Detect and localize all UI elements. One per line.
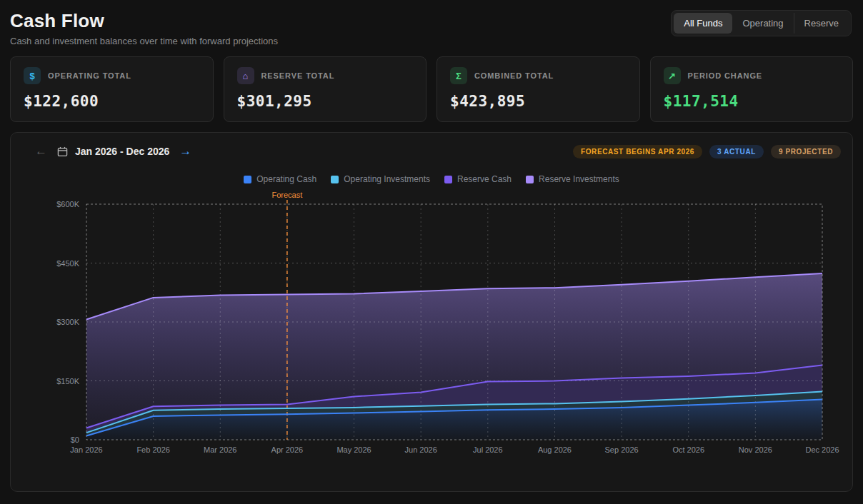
stat-value-combined-total: $423,895 (450, 93, 627, 110)
stat-card-combined-total: Σ COMBINED TOTAL $423,895 (437, 56, 640, 122)
legend-swatch (526, 176, 534, 183)
stat-value-operating-total: $122,600 (24, 93, 200, 110)
stat-label: PERIOD CHANGE (688, 71, 763, 80)
prev-period-arrow-icon[interactable]: ← (32, 143, 50, 160)
legend-swatch (444, 176, 452, 183)
page-header: Cash Flow Cash and investment balances o… (0, 0, 863, 54)
title-block: Cash Flow Cash and investment balances o… (10, 10, 278, 46)
legend-swatch (244, 176, 251, 183)
projected-count-badge: 9 PROJECTED (771, 145, 841, 158)
legend-label: Reserve Investments (539, 174, 619, 184)
svg-text:Apr 2026: Apr 2026 (271, 445, 304, 454)
svg-text:Dec 2026: Dec 2026 (805, 445, 839, 454)
next-period-arrow-icon[interactable]: → (176, 143, 194, 160)
stat-card-operating-total: $ OPERATING TOTAL $122,600 (10, 56, 214, 122)
legend-item-reserve-investments[interactable]: Reserve Investments (526, 174, 619, 184)
svg-text:Feb 2026: Feb 2026 (136, 445, 169, 454)
svg-text:$0: $0 (71, 435, 79, 444)
sum-icon: Σ (450, 67, 467, 84)
svg-text:Oct 2026: Oct 2026 (672, 445, 704, 454)
svg-text:Jul 2026: Jul 2026 (473, 445, 503, 454)
legend-item-reserve-cash[interactable]: Reserve Cash (444, 174, 512, 184)
coins-icon: $ (24, 67, 41, 84)
stat-label: RESERVE TOTAL (261, 71, 335, 80)
stat-card-reserve-total: ⌂ RESERVE TOTAL $301,295 (224, 56, 427, 122)
stat-label: OPERATING TOTAL (48, 71, 131, 80)
stat-label: COMBINED TOTAL (474, 71, 554, 80)
tab-operating[interactable]: Operating (732, 13, 793, 34)
chart-header: ← Jan 2026 - Dec 2026 → FORECAST BEGINS … (22, 143, 841, 160)
tab-reserve[interactable]: Reserve (794, 13, 849, 34)
svg-text:Nov 2026: Nov 2026 (739, 445, 772, 454)
legend-item-operating-investments[interactable]: Operating Investments (331, 174, 430, 184)
svg-text:$450K: $450K (56, 259, 79, 268)
svg-text:May 2026: May 2026 (336, 445, 371, 454)
svg-text:Forecast: Forecast (272, 191, 303, 199)
date-range-nav: ← Jan 2026 - Dec 2026 → (22, 143, 194, 160)
legend-label: Reserve Cash (457, 174, 512, 184)
stat-value-period-change: $117,514 (664, 93, 840, 110)
stats-row: $ OPERATING TOTAL $122,600 ⌂ RESERVE TOT… (0, 54, 863, 122)
date-range-label: Jan 2026 - Dec 2026 (75, 146, 169, 157)
stat-card-period-change: ↗ PERIOD CHANGE $117,514 (650, 56, 854, 122)
page-subtitle: Cash and investment balances over time w… (10, 36, 278, 46)
svg-text:Sep 2026: Sep 2026 (605, 445, 639, 454)
svg-text:Mar 2026: Mar 2026 (204, 445, 236, 454)
chart-legend: Operating Cash Operating Investments Res… (22, 174, 841, 184)
calendar-icon (57, 146, 68, 157)
actual-count-badge: 3 ACTUAL (709, 145, 764, 158)
svg-text:$150K: $150K (56, 377, 79, 385)
legend-item-operating-cash[interactable]: Operating Cash (244, 174, 316, 184)
tab-all-funds[interactable]: All Funds (674, 13, 732, 34)
cash-flow-chart-panel: ← Jan 2026 - Dec 2026 → FORECAST BEGINS … (10, 132, 853, 492)
chart-badges: FORECAST BEGINS APR 2026 3 ACTUAL 9 PROJ… (573, 145, 841, 158)
svg-text:$600K: $600K (56, 200, 79, 208)
legend-label: Operating Cash (256, 174, 316, 184)
stat-value-reserve-total: $301,295 (237, 93, 414, 110)
fund-filter-tabs: All Funds Operating Reserve (671, 10, 852, 36)
svg-text:$300K: $300K (56, 318, 79, 326)
page-title: Cash Flow (10, 10, 278, 32)
forecast-begins-badge: FORECAST BEGINS APR 2026 (573, 145, 702, 158)
legend-label: Operating Investments (344, 174, 430, 184)
svg-text:Jan 2026: Jan 2026 (70, 445, 102, 454)
svg-text:Jun 2026: Jun 2026 (405, 445, 437, 454)
trend-up-icon: ↗ (664, 67, 681, 84)
legend-swatch (331, 176, 339, 183)
bank-icon: ⌂ (237, 67, 254, 84)
svg-text:Aug 2026: Aug 2026 (538, 445, 572, 454)
stacked-area-chart: Forecast$0$150K$300K$450K$600KJan 2026Fe… (22, 188, 841, 477)
